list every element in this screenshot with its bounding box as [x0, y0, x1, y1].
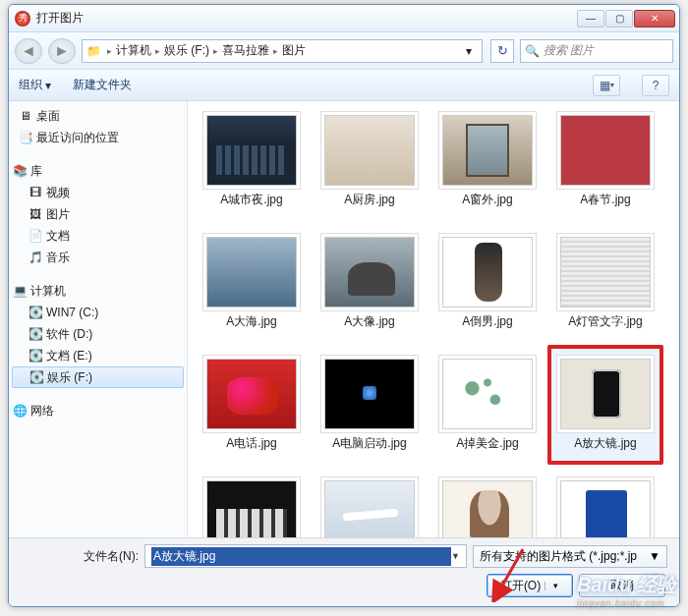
thumbnail	[560, 480, 651, 537]
file-item[interactable]: A大海.jpg	[194, 223, 310, 343]
file-name: A大像.jpg	[344, 315, 394, 328]
thumbnail	[442, 480, 533, 537]
file-item[interactable]: A放电影.jpg	[194, 467, 310, 537]
file-item[interactable]: A掉美金.jpg	[430, 345, 545, 465]
crumb-sep-icon: ▸	[271, 46, 280, 56]
file-name: A电话.jpg	[226, 437, 276, 450]
pictures-icon: 🖼	[29, 207, 42, 221]
file-item[interactable]: A窗外.jpg	[430, 101, 545, 221]
file-name: A厨房.jpg	[344, 194, 394, 206]
sidebar-item-drive-d[interactable]: 💽软件 (D:)	[9, 323, 187, 345]
file-name: A大海.jpg	[226, 315, 276, 328]
library-icon: 📚	[13, 164, 27, 178]
sidebar-item-recent[interactable]: 📑最近访问的位置	[9, 127, 187, 148]
sidebar-item-drive-c[interactable]: 💽WIN7 (C:)	[9, 302, 187, 323]
sidebar-item-music[interactable]: 🎵音乐	[9, 247, 187, 268]
thumbnail	[206, 115, 297, 186]
file-name: A掉美金.jpg	[456, 437, 518, 450]
filetype-filter[interactable]: 所有支持的图片格式 (*.jpg;*.jp ▼	[473, 545, 667, 568]
cancel-button[interactable]: 取消	[579, 574, 665, 597]
address-bar[interactable]: 📁 ▸ 计算机 ▸ 娱乐 (F:) ▸ 喜马拉雅 ▸ 图片 ▾	[82, 39, 483, 63]
sidebar-item-videos[interactable]: 🎞视频	[9, 182, 187, 203]
file-item[interactable]: A城市夜.jpg	[194, 101, 310, 221]
filename-input[interactable]: A放大镜.jpg ▼	[144, 544, 467, 568]
minimize-button[interactable]: —	[577, 10, 604, 28]
close-button[interactable]: ✕	[634, 10, 675, 28]
thumbnail	[324, 480, 415, 537]
video-icon: 🎞	[29, 186, 42, 199]
file-item[interactable]: A厨房.jpg	[312, 101, 428, 221]
dialog-footer: 文件名(N): A放大镜.jpg ▼ 所有支持的图片格式 (*.jpg;*.jp…	[9, 537, 679, 607]
nav-forward-button[interactable]: ►	[48, 38, 76, 64]
file-name: A电脑启动.jpg	[332, 437, 406, 450]
drive-icon: 💽	[29, 306, 42, 319]
search-placeholder: 搜索 图片	[544, 42, 594, 59]
open-file-dialog: 秀 打开图片 — ▢ ✕ ◄ ► 📁 ▸ 计算机 ▸ 娱乐 (F:) ▸ 喜马拉…	[8, 4, 680, 607]
help-button[interactable]: ?	[642, 75, 669, 96]
thumbnail	[442, 115, 533, 186]
file-item[interactable]: A电话.jpg	[194, 345, 310, 465]
sidebar-item-network[interactable]: 🌐网络	[9, 400, 187, 421]
thumbnail	[560, 359, 651, 429]
window-title: 打开图片	[36, 10, 577, 27]
thumbnail	[560, 237, 651, 308]
sidebar-item-libraries[interactable]: 📚库	[9, 160, 187, 182]
search-icon: 🔍	[525, 44, 540, 58]
file-item[interactable]: A放大镜.jpg	[547, 345, 663, 465]
sidebar-item-desktop[interactable]: 🖥桌面	[9, 105, 187, 127]
sidebar-item-drive-e[interactable]: 💽文档 (E:)	[9, 345, 187, 366]
split-chevron-icon: ▼	[545, 582, 559, 590]
chevron-down-icon[interactable]: ▼	[451, 551, 460, 561]
drive-icon: 💽	[29, 327, 42, 341]
file-item[interactable]: A狗证.jpg	[547, 467, 663, 537]
folder-icon: 📁	[86, 44, 101, 58]
search-input[interactable]: 🔍 搜索 图片	[520, 39, 673, 63]
file-name: A倒男.jpg	[462, 315, 512, 328]
new-folder-button[interactable]: 新建文件夹	[73, 77, 132, 93]
computer-icon: 💻	[13, 284, 27, 298]
refresh-button[interactable]: ↻	[490, 39, 514, 63]
thumbnail	[206, 480, 297, 537]
sidebar-item-drive-f[interactable]: 💽娱乐 (F:)	[12, 366, 184, 388]
file-item[interactable]: A大像.jpg	[312, 223, 428, 343]
file-name: A放大镜.jpg	[574, 437, 636, 450]
thumbnail	[442, 359, 533, 429]
app-icon: 秀	[15, 11, 30, 27]
maximize-button[interactable]: ▢	[605, 10, 633, 28]
recent-icon: 📑	[19, 131, 32, 144]
chevron-down-icon: ▾	[45, 79, 51, 92]
organize-button[interactable]: 组织▾	[19, 77, 51, 93]
chevron-down-icon: ▼	[649, 549, 660, 563]
network-icon: 🌐	[13, 404, 27, 418]
address-dropdown-icon[interactable]: ▾	[460, 44, 478, 58]
file-name: A城市夜.jpg	[220, 194, 282, 206]
file-item[interactable]: A钢笔画.jpg	[430, 467, 545, 537]
open-button[interactable]: 打开(O)▼	[487, 574, 573, 597]
music-icon: 🎵	[29, 251, 42, 264]
thumbnail	[324, 115, 415, 186]
desktop-icon: 🖥	[19, 109, 32, 123]
filename-value: A放大镜.jpg	[151, 547, 451, 566]
crumb-folder-1[interactable]: 喜马拉雅	[220, 42, 271, 59]
drive-icon: 💽	[29, 370, 43, 384]
file-pane[interactable]: A城市夜.jpgA厨房.jpgA窗外.jpgA春节.jpgA大海.jpgA大像.…	[188, 101, 679, 537]
sidebar-item-computer[interactable]: 💻计算机	[9, 280, 187, 302]
thumbnail	[442, 237, 533, 308]
crumb-computer[interactable]: 计算机	[114, 42, 153, 59]
document-icon: 📄	[29, 229, 42, 243]
crumb-sep-icon: ▸	[211, 46, 220, 56]
nav-back-button[interactable]: ◄	[15, 38, 42, 64]
file-item[interactable]: A电脑启动.jpg	[312, 345, 428, 465]
crumb-drive[interactable]: 娱乐 (F:)	[162, 42, 211, 59]
view-mode-button[interactable]: ▦ ▾	[593, 75, 620, 96]
sidebar-item-pictures[interactable]: 🖼图片	[9, 203, 187, 225]
filename-label: 文件名(N):	[21, 548, 139, 565]
file-item[interactable]: A飞机.jpg	[312, 467, 428, 537]
sidebar-item-documents[interactable]: 📄文档	[9, 225, 187, 247]
nav-row: ◄ ► 📁 ▸ 计算机 ▸ 娱乐 (F:) ▸ 喜马拉雅 ▸ 图片 ▾ ↻ 🔍 …	[9, 32, 679, 70]
file-item[interactable]: A灯管文字.jpg	[547, 223, 663, 343]
file-item[interactable]: A春节.jpg	[547, 101, 663, 221]
file-item[interactable]: A倒男.jpg	[430, 223, 545, 343]
crumb-folder-2[interactable]: 图片	[280, 42, 308, 59]
file-name: A春节.jpg	[580, 194, 630, 206]
